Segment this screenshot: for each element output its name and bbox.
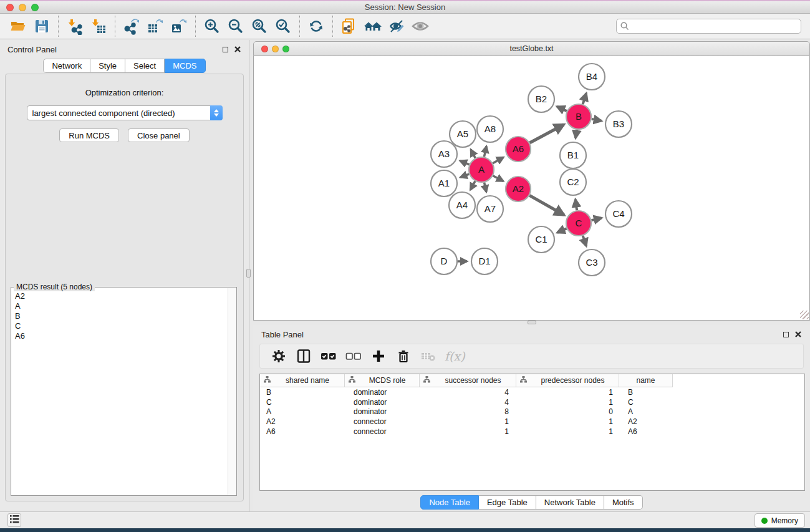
task-history-button[interactable] — [7, 513, 21, 527]
network-canvas[interactable]: B4B2BB3A8A5A6A3B1AC2A1A2A4A7C4CC1DD1C3 — [253, 56, 810, 321]
node-A4[interactable]: A4 — [449, 192, 475, 218]
table-cell[interactable]: 1 — [516, 427, 619, 436]
table-cell[interactable]: 1 — [516, 398, 619, 407]
edge-A-A2[interactable] — [493, 176, 504, 181]
float-panel-icon[interactable] — [783, 332, 789, 337]
import-table-button[interactable] — [87, 15, 110, 37]
node-C2[interactable]: C2 — [560, 169, 586, 195]
vertical-splitter-grip[interactable] — [246, 269, 251, 278]
mcds-result-item[interactable]: C — [12, 321, 227, 331]
table-cell[interactable]: 1 — [420, 427, 516, 436]
table-row[interactable]: A2connector11A2 — [260, 417, 804, 427]
edge-C-C2[interactable] — [576, 200, 577, 210]
tab-network[interactable]: Network — [43, 59, 90, 73]
node-B2[interactable]: B2 — [528, 86, 554, 112]
node-B[interactable]: B — [566, 104, 591, 129]
node-B3[interactable]: B3 — [605, 111, 632, 137]
edge-C-C4[interactable] — [591, 218, 601, 220]
node-A7[interactable]: A7 — [477, 196, 503, 222]
table-cell[interactable]: A2 — [619, 417, 672, 426]
close-panel-icon[interactable] — [234, 46, 241, 53]
apply-layout-button[interactable] — [304, 15, 328, 37]
column-header-successor-nodes[interactable]: successor nodes — [420, 374, 516, 387]
close-panel-button[interactable]: Close panel — [128, 128, 190, 142]
edge-B-B2[interactable] — [557, 107, 567, 111]
table-cell[interactable]: dominator — [345, 388, 420, 397]
edge-A-A4[interactable] — [470, 181, 475, 190]
edge-C-C1[interactable] — [557, 228, 567, 233]
node-B4[interactable]: B4 — [579, 64, 605, 90]
table-cell[interactable]: dominator — [345, 407, 420, 416]
graphics-details-button[interactable] — [385, 15, 408, 37]
edge-B-B3[interactable] — [592, 119, 602, 121]
tab-network-table[interactable]: Network Table — [536, 495, 604, 510]
tab-select[interactable]: Select — [125, 59, 165, 73]
edge-A-A6[interactable] — [493, 157, 503, 163]
close-panel-icon[interactable] — [794, 331, 802, 338]
tab-style[interactable]: Style — [90, 59, 125, 73]
table-cell[interactable]: A — [619, 407, 672, 416]
birds-eye-view-button[interactable] — [408, 15, 432, 37]
mcds-result-item[interactable]: B — [12, 311, 227, 321]
node-A8[interactable]: A8 — [477, 116, 503, 142]
table-cell[interactable]: 4 — [420, 388, 516, 397]
table-cell[interactable]: 8 — [420, 407, 516, 416]
table-cell[interactable]: dominator — [345, 398, 420, 407]
table-row[interactable]: Adominator80A — [260, 407, 804, 417]
node-C3[interactable]: C3 — [579, 249, 605, 276]
mcds-result-item[interactable]: A6 — [12, 331, 227, 341]
export-image-button[interactable] — [167, 15, 191, 37]
column-header-MCDS-role[interactable]: MCDS role — [345, 374, 420, 387]
edge-B-B4[interactable] — [583, 94, 587, 104]
edge-A-A8[interactable] — [484, 146, 486, 157]
node-A3[interactable]: A3 — [431, 141, 457, 167]
zoom-selected-button[interactable] — [271, 15, 295, 37]
column-header-shared-name[interactable]: shared name — [260, 374, 345, 387]
edge-B-B1[interactable] — [576, 130, 577, 138]
edge-A-A3[interactable] — [460, 161, 470, 165]
run-mcds-button[interactable]: Run MCDS — [59, 128, 119, 142]
new-network-from-selection-button[interactable] — [337, 15, 361, 37]
table-cell[interactable]: connector — [345, 427, 420, 436]
select-all-columns-button[interactable] — [316, 346, 341, 367]
tab-mcds[interactable]: MCDS — [165, 59, 205, 73]
node-D[interactable]: D — [431, 248, 457, 274]
node-A2[interactable]: A2 — [506, 177, 531, 201]
optimization-criterion-dropdown[interactable]: largest connected component (directed) — [27, 105, 223, 120]
zoom-fit-button[interactable] — [248, 15, 271, 37]
node-A1[interactable]: A1 — [431, 170, 457, 196]
edge-A2-C[interactable] — [529, 195, 564, 215]
edge-A6-B[interactable] — [530, 125, 564, 143]
table-cell[interactable]: A6 — [260, 427, 345, 436]
tab-motifs[interactable]: Motifs — [604, 495, 643, 510]
memory-button[interactable]: Memory — [755, 513, 805, 528]
node-A6[interactable]: A6 — [506, 137, 531, 162]
horizontal-splitter-grip[interactable] — [528, 321, 536, 324]
table-settings-button[interactable] — [266, 346, 291, 367]
delete-column-button[interactable] — [391, 346, 416, 367]
table-cell[interactable]: 1 — [516, 417, 619, 426]
table-row[interactable]: Cdominator41C — [260, 397, 804, 407]
node-B1[interactable]: B1 — [560, 142, 586, 168]
function-builder-button[interactable]: f(x) — [445, 349, 465, 363]
node-A5[interactable]: A5 — [450, 121, 476, 147]
table-cell[interactable]: 1 — [420, 417, 516, 426]
table-cell[interactable]: A2 — [260, 417, 345, 426]
export-table-button[interactable] — [143, 15, 167, 37]
node-C[interactable]: C — [566, 211, 591, 236]
result-scrollbar[interactable] — [228, 288, 236, 495]
create-column-button[interactable] — [366, 346, 391, 367]
open-session-button[interactable] — [6, 15, 30, 37]
node-C1[interactable]: C1 — [528, 226, 554, 253]
table-cell[interactable]: C — [260, 398, 345, 407]
save-session-button[interactable] — [30, 15, 54, 37]
table-row[interactable]: A6connector11A6 — [260, 427, 804, 437]
table-cell[interactable]: A — [260, 407, 345, 416]
resize-grip-icon[interactable] — [800, 311, 809, 319]
search-input[interactable] — [616, 19, 801, 34]
table-cell[interactable]: A6 — [619, 427, 672, 436]
mcds-result-item[interactable]: A — [12, 301, 227, 311]
export-network-button[interactable] — [120, 15, 143, 37]
table-cell[interactable]: B — [260, 388, 345, 397]
node-D1[interactable]: D1 — [471, 248, 498, 274]
